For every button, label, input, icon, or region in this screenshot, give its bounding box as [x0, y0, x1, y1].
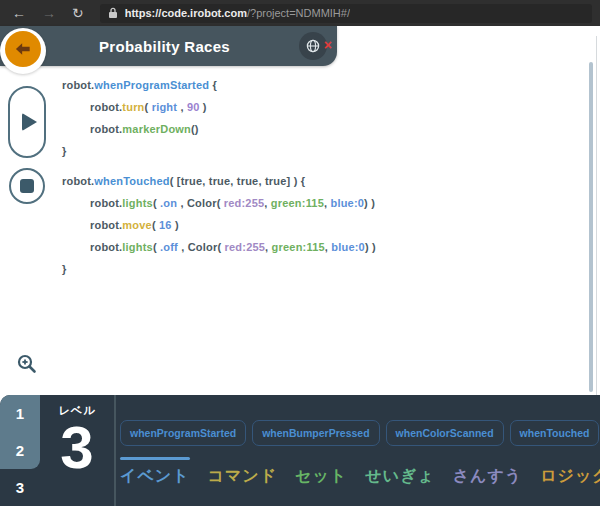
category-tab-3[interactable]: せいぎょ [365, 457, 435, 487]
code-token: ) [200, 101, 207, 113]
code-token: robot. [90, 101, 122, 113]
code-token: robot. [90, 197, 122, 209]
code-token: ( [153, 197, 160, 209]
code-token: robot. [90, 241, 122, 253]
code-token: , Color( [178, 241, 225, 253]
back-button[interactable] [5, 31, 41, 67]
code-token: , Color( [177, 197, 224, 209]
code-token: blue:0 [331, 241, 365, 253]
active-tab-indicator [365, 457, 435, 460]
code-line[interactable]: } [62, 140, 572, 162]
category-tab-1[interactable]: コマンド [208, 457, 278, 487]
stop-icon [20, 179, 34, 193]
url-path: /?project=NDMMIH#/ [247, 7, 350, 19]
url-host: https://code.irobot.com [125, 7, 247, 19]
app-screen: ← → ↻ https://code.irobot.com/?project=N… [0, 0, 600, 506]
block-chip-whenBumperPressed[interactable]: whenBumperPressed [252, 420, 379, 446]
panel-separator [114, 395, 116, 506]
code-token: red:255 [225, 241, 266, 253]
code-token: whenTouched [94, 175, 169, 187]
code-token: ) ) [364, 197, 375, 209]
browser-toolbar: ← → ↻ https://code.irobot.com/?project=N… [0, 0, 600, 26]
code-line[interactable]: robot.move( 16 ) [62, 214, 572, 236]
robot-connection-button[interactable]: × [299, 32, 327, 60]
browser-refresh-icon[interactable]: ↻ [72, 6, 84, 20]
code-token: ( [153, 241, 160, 253]
code-token: , [177, 101, 187, 113]
code-line[interactable]: robot.whenTouched( [true, true, true, tr… [62, 170, 572, 192]
block-chips-row: whenProgramStartedwhenBumperPressedwhenC… [120, 420, 600, 446]
category-tabs: イベントコマンドセットせいぎょさんすうロジック [120, 457, 600, 487]
code-token: turn [122, 101, 144, 113]
code-token: lights [122, 197, 153, 209]
code-line[interactable]: robot.lights( .on , Color( red:255, gree… [62, 192, 572, 214]
code-token: markerDown [122, 123, 191, 135]
category-tab-4[interactable]: さんすう [453, 457, 523, 487]
code-token: } [62, 145, 66, 157]
code-line[interactable]: } [62, 258, 572, 280]
canvas-right-edge [596, 36, 597, 395]
category-tab-0[interactable]: イベント [120, 457, 190, 487]
active-tab-indicator [295, 457, 347, 460]
zoom-in-button[interactable] [14, 352, 40, 378]
category-tab-label: ロジック [540, 466, 600, 487]
code-token: right [152, 101, 177, 113]
code-token: robot. [62, 79, 94, 91]
code-line[interactable]: robot.whenProgramStarted { [62, 74, 572, 96]
code-token: () [191, 123, 199, 135]
code-token: ( [145, 101, 152, 113]
code-token: ) [172, 219, 179, 231]
level-selector: 123 [0, 395, 40, 506]
code-token: green:115 [271, 197, 324, 209]
code-token: blue:0 [331, 197, 365, 209]
active-tab-indicator [120, 457, 190, 460]
category-tab-2[interactable]: セット [295, 457, 347, 487]
category-tab-label: イベント [120, 466, 190, 487]
stop-button[interactable] [9, 168, 45, 204]
level-button-2[interactable]: 2 [0, 432, 40, 469]
current-level-number: 3 [60, 418, 93, 478]
code-token: .off [160, 241, 178, 253]
category-tab-5[interactable]: ロジック [540, 457, 600, 487]
category-tab-label: さんすう [453, 466, 523, 487]
category-tab-label: コマンド [208, 466, 278, 487]
block-chip-whenTouched[interactable]: whenTouched [510, 420, 600, 446]
active-tab-indicator [540, 457, 600, 460]
code-token: ( [true, true, true, true] ) { [170, 175, 306, 187]
code-token: 16 [159, 219, 172, 231]
category-tab-label: セット [295, 466, 347, 487]
code-line[interactable]: robot.markerDown() [62, 118, 572, 140]
active-tab-indicator [208, 457, 278, 460]
address-bar[interactable]: https://code.irobot.com/?project=NDMMIH#… [100, 4, 592, 23]
project-header: Probability Races × [0, 26, 337, 66]
block-chip-whenProgramStarted[interactable]: whenProgramStarted [120, 420, 246, 446]
globe-icon [305, 38, 321, 54]
code-line[interactable]: robot.lights( .off , Color( red:255, gre… [62, 236, 572, 258]
code-token: robot. [90, 123, 122, 135]
play-button[interactable] [8, 86, 46, 158]
code-token: ( [152, 219, 159, 231]
code-editor[interactable]: robot.whenProgramStarted {robot.turn( ri… [62, 74, 572, 280]
block-chip-whenColorScanned[interactable]: whenColorScanned [386, 420, 504, 446]
browser-forward-icon[interactable]: → [42, 6, 56, 20]
level-button-3[interactable]: 3 [0, 469, 40, 506]
level-display: レベル 3 [40, 395, 114, 506]
lock-icon [108, 7, 118, 19]
level-button-1[interactable]: 1 [0, 395, 40, 432]
category-tab-label: せいぎょ [365, 466, 435, 487]
code-token: ) ) [365, 241, 376, 253]
disconnected-x-icon: × [324, 38, 332, 52]
code-token: whenProgramStarted [94, 79, 209, 91]
code-token: robot. [62, 175, 94, 187]
code-token: red:255 [224, 197, 265, 209]
active-tab-indicator [453, 457, 523, 460]
arrow-left-icon [13, 39, 33, 59]
code-token: green:115 [272, 241, 325, 253]
play-icon [22, 113, 37, 131]
code-token: 90 [187, 101, 200, 113]
code-token: robot. [90, 219, 122, 231]
vertical-scrollbar[interactable] [589, 62, 593, 392]
code-line[interactable]: robot.turn( right , 90 ) [62, 96, 572, 118]
block-palette-panel: 123 レベル 3 whenProgramStartedwhenBumperPr… [0, 395, 600, 506]
browser-back-icon[interactable]: ← [12, 6, 26, 20]
